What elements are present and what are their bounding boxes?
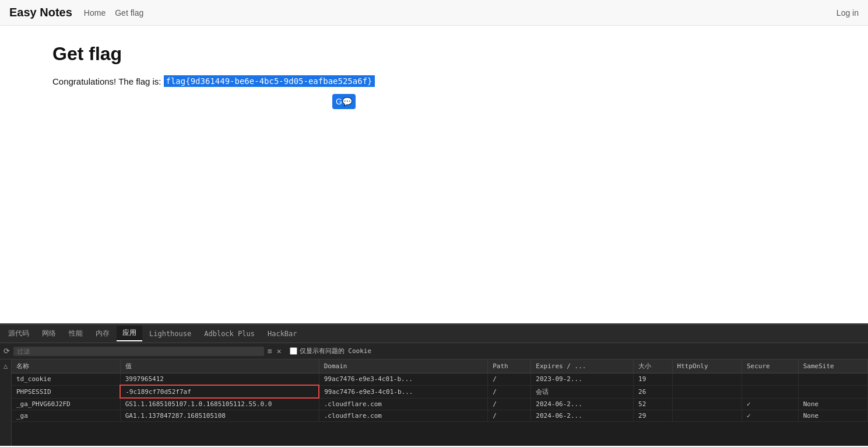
- flag-prefix: Congratulations! The flag is:: [52, 76, 161, 86]
- cell-domain: 99ac7476-e9e3-4c01-b...: [319, 385, 488, 398]
- cell-value: GA1.1.137847287.1685105108: [120, 410, 319, 422]
- cell-size: 26: [634, 385, 672, 398]
- tab-performance[interactable]: 性能: [63, 326, 89, 341]
- cell-expires: 2024-06-2...: [531, 398, 634, 410]
- filter-options-icon[interactable]: ≡: [268, 347, 272, 355]
- sidebar-arrow: △: [3, 362, 8, 370]
- brand-title: Easy Notes: [9, 6, 72, 19]
- cookie-table: 名称 值 Domain Path Expires / ... 大小 HttpOn…: [12, 359, 868, 422]
- cell-domain: .cloudflare.com: [319, 410, 488, 422]
- main-content: Get flag Congratulations! The flag is: f…: [0, 26, 868, 323]
- cookie-table-body: td_cookie399796541299ac7476-e9e3-4c01-b.…: [12, 373, 868, 422]
- refresh-icon[interactable]: ⟳: [3, 347, 10, 355]
- devtools-panel: 源代码 网络 性能 内存 应用 Lighthouse Adblock Plus …: [0, 323, 868, 446]
- cell-path: /: [488, 398, 531, 410]
- tab-network[interactable]: 网络: [36, 326, 62, 341]
- col-name: 名称: [12, 359, 120, 373]
- cell-value: 3997965412: [120, 373, 319, 386]
- cell-secure: [742, 373, 798, 386]
- nav-home[interactable]: Home: [84, 8, 106, 18]
- col-size: 大小: [634, 359, 672, 373]
- cell-value: -9c189cf70d52f7af: [120, 385, 319, 398]
- devtools-table-wrap: △ 名称 值 Domain Path Expires / ... 大小 Http…: [0, 359, 868, 446]
- cell-size: 19: [634, 373, 672, 386]
- flag-value[interactable]: flag{9d361449-be6e-4bc5-9d05-eafbae525a6…: [164, 75, 375, 87]
- cell-samesite: None: [798, 398, 867, 410]
- tab-adblock[interactable]: Adblock Plus: [198, 327, 261, 340]
- cell-expires: 2023-09-2...: [531, 373, 634, 386]
- clear-filter-icon[interactable]: ✕: [277, 347, 282, 355]
- flag-line: Congratulations! The flag is: flag{9d361…: [52, 75, 816, 87]
- cell-httponly: [672, 373, 742, 386]
- col-value: 值: [120, 359, 319, 373]
- table-row[interactable]: _gaGA1.1.137847287.1685105108.cloudflare…: [12, 410, 868, 422]
- cell-secure: ✓: [742, 410, 798, 422]
- cell-samesite: None: [798, 410, 867, 422]
- translate-icon: G💬: [336, 97, 352, 106]
- table-row[interactable]: _ga_PHVG60J2FDGS1.1.1685105107.1.0.16851…: [12, 398, 868, 410]
- col-path: Path: [488, 359, 531, 373]
- cell-path: /: [488, 373, 531, 386]
- show-problems-text: 仅显示有问题的 Cookie: [300, 347, 371, 355]
- tab-source[interactable]: 源代码: [2, 326, 35, 341]
- cell-samesite: [798, 385, 867, 398]
- devtools-sidebar: △: [0, 359, 12, 446]
- cell-samesite: [798, 373, 867, 386]
- col-expires: Expires / ...: [531, 359, 634, 373]
- cell-name: PHPSESSID: [12, 385, 120, 398]
- cell-secure: ✓: [742, 398, 798, 410]
- col-domain: Domain: [319, 359, 488, 373]
- col-samesite: SameSite: [798, 359, 867, 373]
- show-problems-checkbox[interactable]: [290, 347, 297, 355]
- login-link[interactable]: Log in: [837, 8, 859, 18]
- table-row[interactable]: td_cookie399796541299ac7476-e9e3-4c01-b.…: [12, 373, 868, 386]
- page-title: Get flag: [52, 43, 816, 65]
- cell-expires: 2024-06-2...: [531, 410, 634, 422]
- cell-httponly: [672, 385, 742, 398]
- translate-popup[interactable]: G💬: [192, 90, 816, 109]
- cell-domain: 99ac7476-e9e3-4c01-b...: [319, 373, 488, 386]
- nav-get-flag[interactable]: Get flag: [115, 8, 143, 18]
- cell-value: GS1.1.1685105107.1.0.1685105112.55.0.0: [120, 398, 319, 410]
- tab-memory[interactable]: 内存: [90, 326, 115, 341]
- cell-path: /: [488, 385, 531, 398]
- table-header-row: 名称 值 Domain Path Expires / ... 大小 HttpOn…: [12, 359, 868, 373]
- devtools-toolbar: ⟳ ≡ ✕ 仅显示有问题的 Cookie: [0, 343, 868, 359]
- cell-name: _ga_PHVG60J2FD: [12, 398, 120, 410]
- table-row[interactable]: PHPSESSID-9c189cf70d52f7af99ac7476-e9e3-…: [12, 385, 868, 398]
- cell-secure: [742, 385, 798, 398]
- cell-size: 29: [634, 410, 672, 422]
- cell-name: _ga: [12, 410, 120, 422]
- tab-lighthouse[interactable]: Lighthouse: [143, 327, 197, 340]
- cell-httponly: [672, 398, 742, 410]
- cell-domain: .cloudflare.com: [319, 398, 488, 410]
- col-secure: Secure: [742, 359, 798, 373]
- filter-input[interactable]: [13, 347, 264, 356]
- col-httponly: HttpOnly: [672, 359, 742, 373]
- cell-name: td_cookie: [12, 373, 120, 386]
- cell-path: /: [488, 410, 531, 422]
- tab-hackbar[interactable]: HackBar: [262, 327, 303, 340]
- cell-httponly: [672, 410, 742, 422]
- cell-expires: 会话: [531, 385, 634, 398]
- show-problems-label[interactable]: 仅显示有问题的 Cookie: [290, 347, 371, 355]
- tab-application[interactable]: 应用: [117, 326, 142, 341]
- cookie-table-container: 名称 值 Domain Path Expires / ... 大小 HttpOn…: [12, 359, 868, 446]
- navbar: Easy Notes Home Get flag Log in: [0, 0, 868, 26]
- devtools-tabs: 源代码 网络 性能 内存 应用 Lighthouse Adblock Plus …: [0, 324, 868, 343]
- cell-size: 52: [634, 398, 672, 410]
